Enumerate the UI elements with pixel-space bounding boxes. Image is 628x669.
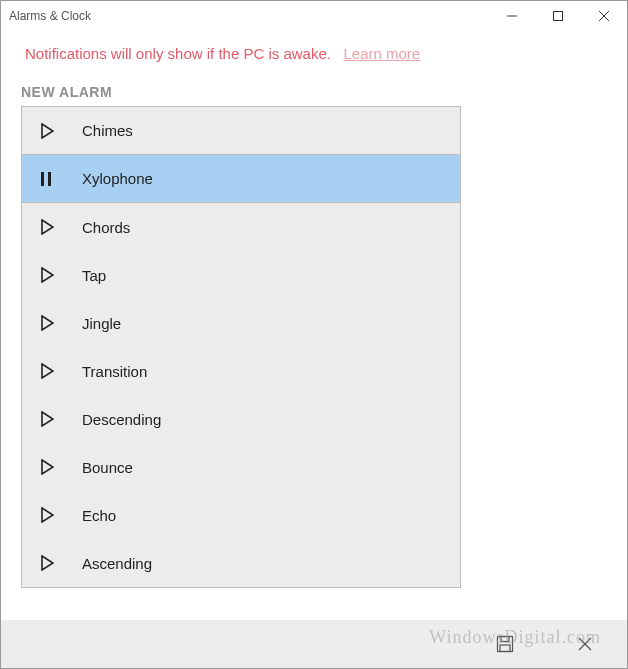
play-icon[interactable] — [40, 219, 58, 235]
sound-item[interactable]: Xylophone — [22, 155, 460, 203]
svg-marker-14 — [42, 556, 53, 570]
svg-rect-6 — [48, 172, 51, 186]
window-title: Alarms & Clock — [9, 9, 489, 23]
svg-marker-9 — [42, 316, 53, 330]
notification-banner: Notifications will only show if the PC i… — [21, 31, 607, 84]
window-content: Notifications will only show if the PC i… — [1, 31, 627, 620]
save-icon — [496, 635, 514, 653]
sound-item-label: Tap — [58, 267, 106, 284]
sound-item[interactable]: Transition — [22, 347, 460, 395]
svg-marker-4 — [42, 124, 53, 138]
pause-icon[interactable] — [40, 171, 58, 187]
bottom-command-bar — [1, 620, 627, 668]
section-heading: NEW ALARM — [21, 84, 607, 106]
sound-item-label: Descending — [58, 411, 161, 428]
sound-item-label: Ascending — [58, 555, 152, 572]
play-icon[interactable] — [40, 507, 58, 523]
sound-item-label: Chimes — [58, 122, 133, 139]
play-icon[interactable] — [40, 411, 58, 427]
play-icon[interactable] — [40, 459, 58, 475]
cancel-button[interactable] — [573, 632, 597, 656]
maximize-button[interactable] — [535, 1, 581, 31]
sound-item-label: Chords — [58, 219, 130, 236]
sound-item-label: Bounce — [58, 459, 133, 476]
svg-marker-11 — [42, 412, 53, 426]
maximize-icon — [553, 11, 563, 21]
sound-item-label: Echo — [58, 507, 116, 524]
cancel-icon — [578, 637, 592, 651]
play-icon[interactable] — [40, 315, 58, 331]
svg-marker-7 — [42, 220, 53, 234]
sound-item[interactable]: Ascending — [22, 539, 460, 587]
window-titlebar: Alarms & Clock — [1, 1, 627, 31]
sound-list: ChimesXylophoneChordsTapJingleTransition… — [21, 106, 461, 588]
sound-item[interactable]: Jingle — [22, 299, 460, 347]
window-controls — [489, 1, 627, 31]
svg-marker-12 — [42, 460, 53, 474]
close-button[interactable] — [581, 1, 627, 31]
play-icon[interactable] — [40, 363, 58, 379]
save-button[interactable] — [493, 632, 517, 656]
play-icon[interactable] — [40, 555, 58, 571]
sound-item[interactable]: Bounce — [22, 443, 460, 491]
close-icon — [599, 11, 609, 21]
play-icon[interactable] — [40, 123, 58, 139]
sound-item[interactable]: Echo — [22, 491, 460, 539]
sound-item-label: Xylophone — [58, 170, 153, 187]
svg-marker-8 — [42, 268, 53, 282]
notification-text: Notifications will only show if the PC i… — [25, 45, 331, 62]
svg-marker-10 — [42, 364, 53, 378]
sound-item[interactable]: Chimes — [22, 107, 460, 155]
sound-item[interactable]: Descending — [22, 395, 460, 443]
sound-item[interactable]: Chords — [22, 203, 460, 251]
sound-item[interactable]: Tap — [22, 251, 460, 299]
svg-rect-5 — [41, 172, 44, 186]
svg-rect-1 — [554, 12, 563, 21]
play-icon[interactable] — [40, 267, 58, 283]
minimize-icon — [507, 11, 517, 21]
svg-rect-17 — [500, 645, 510, 652]
sound-item-label: Jingle — [58, 315, 121, 332]
svg-marker-13 — [42, 508, 53, 522]
learn-more-link[interactable]: Learn more — [343, 45, 420, 62]
svg-rect-16 — [501, 637, 509, 642]
sound-item-label: Transition — [58, 363, 147, 380]
minimize-button[interactable] — [489, 1, 535, 31]
